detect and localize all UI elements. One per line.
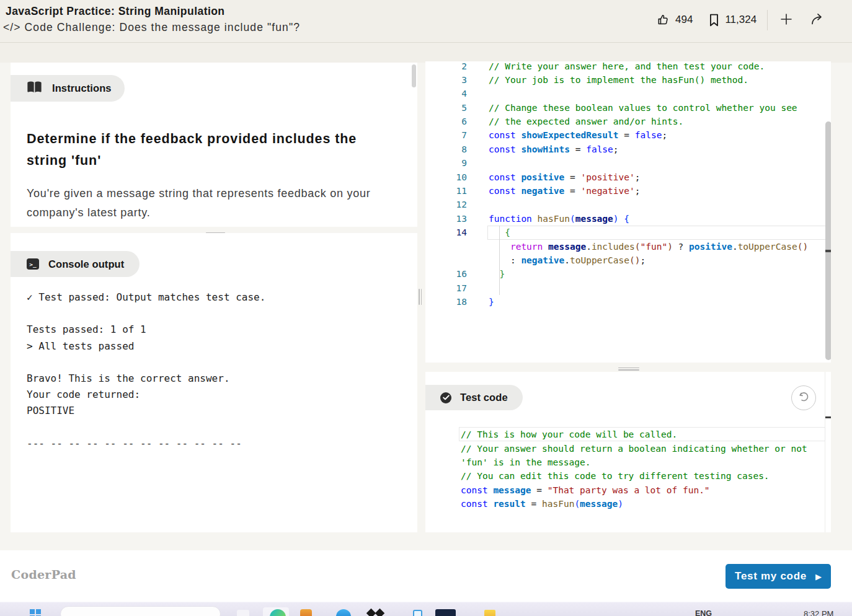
code-line[interactable]: 5// Change these boolean values to contr… bbox=[425, 100, 831, 114]
code-line[interactable]: 8const showHints = false; bbox=[425, 143, 831, 156]
code-line[interactable]: 2// Write your answer here, and then tes… bbox=[425, 61, 831, 73]
taskbar-language[interactable]: ENG bbox=[695, 609, 712, 616]
test-editor-right-border bbox=[825, 372, 825, 532]
coderpad-logo: CoderPad bbox=[11, 568, 76, 581]
test-my-code-label: Test my code bbox=[735, 570, 807, 583]
page-title: JavaScript Practice: String Manipulation bbox=[6, 5, 225, 18]
code-line[interactable]: : negative.toUpperCase(); bbox=[425, 253, 831, 267]
editor-overview-cursor-mark bbox=[825, 250, 831, 252]
bookmarks-count: 11,324 bbox=[725, 14, 757, 26]
code-line[interactable]: 11const negative = 'negative'; bbox=[425, 184, 831, 198]
line-number: 4 bbox=[425, 89, 467, 99]
vertical-splitter-handle[interactable] bbox=[419, 289, 420, 305]
line-number: 12 bbox=[425, 200, 467, 209]
header-divider bbox=[767, 10, 768, 30]
tab-instructions-label: Instructions bbox=[52, 82, 112, 94]
code-line[interactable]: // You can edit this code to try differe… bbox=[461, 469, 807, 483]
instructions-heading: Determine if the feedback provided inclu… bbox=[27, 128, 399, 172]
code-line[interactable]: 18} bbox=[425, 295, 831, 309]
code-line[interactable]: 9 bbox=[425, 156, 831, 170]
taskbar-search-box[interactable] bbox=[60, 606, 221, 616]
windows-start-icon[interactable] bbox=[30, 609, 41, 616]
diamond-app-icon[interactable] bbox=[366, 609, 376, 616]
line-number: 5 bbox=[425, 103, 467, 113]
tab-console-output[interactable]: >_ Console output bbox=[11, 251, 140, 277]
code-line[interactable]: const message = "That party was a lot of… bbox=[461, 483, 807, 497]
line-number: 7 bbox=[425, 130, 467, 140]
code-line[interactable]: 10const positive = 'positive'; bbox=[425, 170, 831, 183]
add-button[interactable] bbox=[779, 9, 794, 30]
tab-console-label: Console output bbox=[48, 258, 124, 270]
reset-test-code-button[interactable] bbox=[791, 385, 816, 410]
console-panel: >_ Console output ✓ Test passed: Output … bbox=[11, 233, 417, 532]
challenge-header: JavaScript Practice: String Manipulation… bbox=[0, 0, 852, 63]
powerpoint-orange-icon[interactable] bbox=[300, 609, 312, 616]
diamond-app-icon[interactable] bbox=[375, 609, 385, 616]
code-line[interactable]: 7const showExpectedResult = false; bbox=[425, 128, 831, 142]
code-line[interactable]: 16 } bbox=[425, 267, 831, 281]
code-line[interactable]: 17 bbox=[425, 281, 831, 295]
editor-code-area[interactable]: 2// Write your answer here, and then tes… bbox=[425, 61, 831, 309]
line-number: 6 bbox=[425, 117, 467, 126]
test-overview-cursor-mark bbox=[825, 416, 831, 418]
tab-test-code-label: Test code bbox=[460, 392, 508, 403]
tab-instructions[interactable]: Instructions bbox=[11, 75, 125, 102]
likes-count: 494 bbox=[675, 14, 693, 26]
tab-test-code[interactable]: Test code bbox=[425, 385, 523, 410]
header-rule bbox=[0, 42, 852, 43]
line-number: 11 bbox=[425, 186, 467, 196]
terminal-navy-icon[interactable] bbox=[435, 609, 456, 616]
editor-scrollbar-thumb[interactable] bbox=[825, 121, 831, 360]
likes-stat[interactable]: 494 bbox=[657, 13, 693, 27]
line-number: 3 bbox=[425, 75, 467, 85]
code-line[interactable]: // Your answer should return a boolean i… bbox=[461, 441, 807, 455]
share-button[interactable] bbox=[810, 9, 825, 30]
instructions-scrollbar[interactable] bbox=[412, 64, 416, 87]
code-line[interactable]: // This is how your code will be called. bbox=[461, 428, 807, 441]
thumbs-up-icon bbox=[657, 13, 670, 27]
code-line[interactable]: 4 bbox=[425, 87, 831, 100]
footer-bar: CoderPad Test my code ▶ bbox=[0, 550, 852, 602]
play-icon: ▶ bbox=[815, 572, 822, 581]
plus-icon bbox=[779, 12, 794, 29]
line-number: 9 bbox=[425, 158, 467, 168]
line-number: 14 bbox=[425, 227, 467, 237]
instructions-body: You're given a message string that repre… bbox=[27, 184, 399, 222]
line-number: 17 bbox=[425, 283, 467, 293]
terminal-icon: >_ bbox=[27, 258, 39, 270]
header-actions: 494 11,324 bbox=[657, 9, 825, 31]
vertical-splitter-handle[interactable] bbox=[421, 289, 422, 305]
code-line[interactable]: 6// the expected answer and/or hints. bbox=[425, 115, 831, 128]
edge-blue-icon[interactable] bbox=[336, 609, 351, 616]
bookmark-icon bbox=[708, 14, 720, 27]
line-number: 8 bbox=[425, 144, 467, 154]
code-line[interactable]: const result = hasFun(message) bbox=[461, 497, 807, 511]
code-line[interactable]: 14 { bbox=[425, 226, 831, 239]
test-code-panel: Test code // This is how your code will … bbox=[425, 372, 831, 532]
windows-taskbar: ENG 8:32 PM bbox=[0, 602, 852, 616]
code-line[interactable]: 3// Your job is to implement the hasFun(… bbox=[425, 73, 831, 87]
horizontal-splitter-handle[interactable] bbox=[618, 369, 639, 371]
line-number: 2 bbox=[425, 61, 467, 71]
bookmarks-stat[interactable]: 11,324 bbox=[708, 14, 757, 27]
line-number: 18 bbox=[425, 297, 467, 307]
folder-yellow-icon[interactable] bbox=[484, 610, 495, 616]
code-line[interactable]: 12 bbox=[425, 198, 831, 211]
rotate-ccw-icon bbox=[798, 391, 810, 405]
line-number: 16 bbox=[425, 269, 467, 279]
widgets-icon[interactable] bbox=[237, 610, 249, 616]
taskbar-clock[interactable]: 8:32 PM bbox=[804, 609, 833, 616]
outlook-blue-icon[interactable] bbox=[413, 610, 422, 616]
code-line[interactable]: return message.includes("fun") ? positiv… bbox=[425, 239, 831, 253]
test-my-code-button[interactable]: Test my code ▶ bbox=[726, 564, 831, 589]
test-code-area[interactable]: // This is how your code will be called.… bbox=[461, 428, 807, 511]
book-icon bbox=[27, 81, 42, 97]
horizontal-splitter-handle[interactable] bbox=[618, 367, 639, 369]
code-line[interactable]: 13function hasFun(message) { bbox=[425, 212, 831, 226]
code-line[interactable]: 'fun' is in the message. bbox=[461, 455, 807, 469]
line-number: 10 bbox=[425, 172, 467, 182]
code-editor-panel[interactable]: 2// Write your answer here, and then tes… bbox=[425, 61, 831, 363]
console-output-text: ✓ Test passed: Output matches test case.… bbox=[27, 289, 265, 452]
check-circle-icon bbox=[440, 392, 451, 403]
line-number: 13 bbox=[425, 214, 467, 224]
